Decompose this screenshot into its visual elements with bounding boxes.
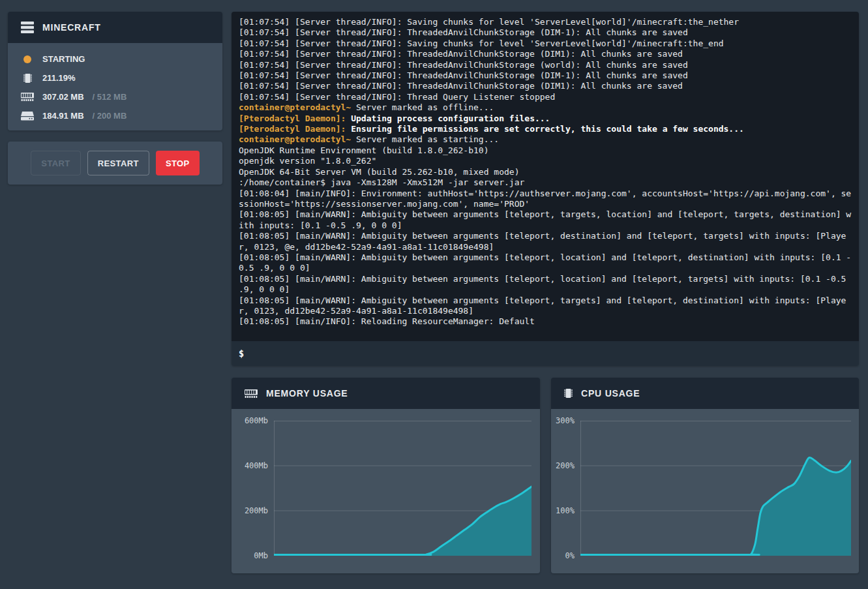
console-line: [01:07:54] [Server thread/INFO]: Threade… — [239, 49, 852, 59]
memory-usage-row: 307.02 MB / 512 MB — [8, 87, 222, 106]
memory-usage-chart — [274, 421, 531, 556]
server-stack-icon — [21, 22, 34, 33]
console-line: [01:07:54] [Server thread/INFO]: Threade… — [239, 81, 852, 91]
y-axis-tick-label: 600Mb — [232, 416, 268, 425]
server-title: MINECRAFT — [42, 22, 101, 33]
memory-usage-limit: / 512 MB — [93, 92, 127, 102]
console-line: [Pterodactyl Daemon]: Updating process c… — [239, 113, 852, 124]
disk-usage-row: 184.91 MB / 200 MB — [8, 106, 222, 125]
ram-icon — [245, 389, 258, 398]
console-line: [01:08:05] [main/WARN]: Ambiguity betwee… — [239, 252, 852, 274]
server-card-header: MINECRAFT — [8, 12, 222, 43]
y-axis-tick-label: 200% — [551, 461, 575, 470]
console-line: [01:07:54] [Server thread/INFO]: Thread … — [239, 92, 852, 102]
cpu-usage-row: 211.19% — [8, 68, 222, 87]
y-axis-tick-label: 400Mb — [232, 461, 268, 470]
console-command-input[interactable] — [249, 348, 852, 359]
memory-usage-card: MEMORY USAGE 600Mb400Mb200Mb0Mb — [232, 378, 540, 573]
console-line: [01:08:04] [main/INFO]: Environment: aut… — [239, 189, 852, 210]
disk-icon — [21, 112, 34, 121]
disk-usage-value: 184.91 MB — [42, 111, 84, 121]
memory-chart-body: 600Mb400Mb200Mb0Mb — [232, 409, 540, 573]
y-axis-tick-label: 0% — [551, 551, 575, 560]
stop-button[interactable]: STOP — [156, 151, 200, 175]
server-status-row: STARTING — [8, 50, 222, 68]
server-status-label: STARTING — [42, 54, 85, 64]
memory-chart-title: MEMORY USAGE — [266, 388, 348, 399]
console-line: :/home/container$ java -Xms128M -Xmx512M… — [239, 177, 852, 188]
console-line: OpenJDK 64-Bit Server VM (build 25.262-b… — [239, 167, 852, 177]
memory-chart-header: MEMORY USAGE — [232, 378, 540, 409]
ram-icon — [21, 93, 34, 101]
status-dot-icon — [23, 55, 31, 63]
console-line: [01:08:05] [main/WARN]: Ambiguity betwee… — [239, 209, 852, 231]
y-axis-tick-label: 200Mb — [232, 506, 268, 515]
cpu-chart-header: CPU USAGE — [551, 378, 859, 409]
start-button[interactable]: START — [31, 151, 80, 175]
y-axis-tick-label: 100% — [551, 506, 575, 515]
console-card: [01:07:54] [Server thread/INFO]: Saving … — [232, 12, 859, 366]
console-input-bar: $ — [232, 341, 859, 366]
console-line: [01:07:54] [Server thread/INFO]: Saving … — [239, 38, 852, 49]
console-line: [01:07:54] [Server thread/INFO]: Saving … — [239, 17, 852, 27]
main-content: [01:07:54] [Server thread/INFO]: Saving … — [232, 12, 859, 573]
sidebar: MINECRAFT STARTING — [8, 12, 222, 185]
charts-row: MEMORY USAGE 600Mb400Mb200Mb0Mb — [232, 378, 859, 573]
console-prompt: $ — [239, 348, 244, 359]
cpu-chart-title: CPU USAGE — [581, 388, 640, 399]
console-line: [01:08:05] [main/INFO]: Reloading Resour… — [239, 316, 852, 327]
console-log: [01:07:54] [Server thread/INFO]: Saving … — [232, 12, 859, 341]
restart-button[interactable]: RESTART — [87, 151, 149, 175]
cpu-usage-value: 211.19% — [42, 73, 76, 83]
console-line: [01:07:54] [Server thread/INFO]: Threade… — [239, 27, 852, 38]
cpu-usage-card: CPU USAGE 300%200%100%0% — [551, 378, 859, 573]
cpu-chip-icon — [564, 388, 573, 399]
console-line: [01:07:54] [Server thread/INFO]: Threade… — [239, 60, 852, 70]
cpu-chip-icon — [21, 73, 34, 83]
y-axis-tick-label: 300% — [551, 416, 575, 425]
console-line: [Pterodactyl Daemon]: Ensuring file perm… — [239, 124, 852, 134]
server-info-card: MINECRAFT STARTING — [8, 12, 222, 130]
console-line: OpenJDK Runtime Environment (build 1.8.0… — [239, 145, 852, 156]
console-line: container@pterodactyl~ Server marked as … — [239, 102, 852, 113]
console-line: openjdk version "1.8.0_262" — [239, 156, 852, 166]
console-line: [01:07:54] [Server thread/INFO]: Threade… — [239, 70, 852, 81]
y-axis-tick-label: 0Mb — [232, 551, 268, 560]
disk-usage-limit: / 200 MB — [93, 111, 127, 121]
server-status-panel: STARTING 211.19% — [8, 43, 222, 130]
pterodactyl-server-view: MINECRAFT STARTING — [0, 0, 868, 589]
console-line: [01:08:05] [main/WARN]: Ambiguity betwee… — [239, 231, 852, 252]
console-line: [01:08:05] [main/WARN]: Ambiguity betwee… — [239, 295, 852, 317]
cpu-chart-body: 300%200%100%0% — [551, 409, 859, 573]
power-controls-card: START RESTART STOP — [8, 142, 222, 185]
cpu-usage-chart — [580, 421, 851, 556]
console-line: container@pterodactyl~ Server marked as … — [239, 134, 852, 145]
memory-usage-value: 307.02 MB — [42, 92, 84, 102]
console-line: [01:08:05] [main/WARN]: Ambiguity betwee… — [239, 274, 852, 295]
